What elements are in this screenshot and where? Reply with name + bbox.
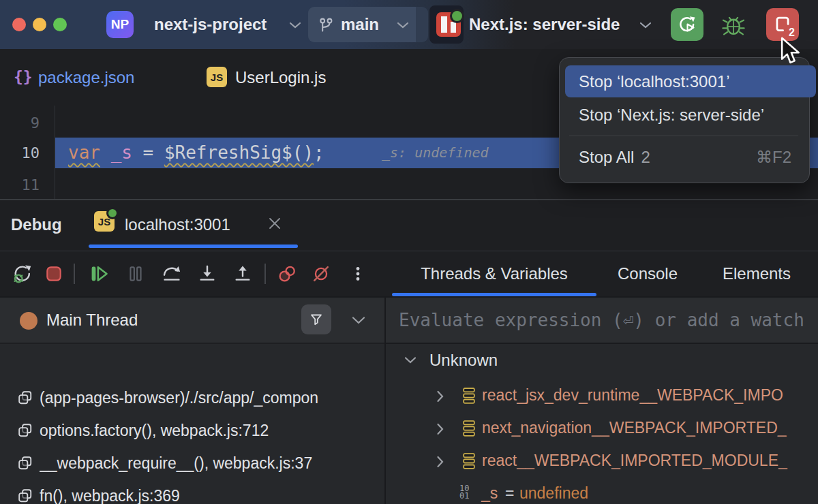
stack-frame-icon bbox=[18, 488, 33, 503]
view-breakpoints-button[interactable] bbox=[273, 259, 301, 288]
step-into-button[interactable] bbox=[193, 259, 222, 288]
module-name: react__WEBPACK_IMPORTED_MODULE_ bbox=[482, 444, 787, 477]
variable-module-row[interactable]: react_jsx_dev_runtime__WEBPACK_IMPO bbox=[386, 379, 818, 411]
menu-item-stop-localhost[interactable]: Stop ‘localhost:3001’ bbox=[565, 65, 816, 97]
variable-name: _s bbox=[111, 142, 132, 163]
tab-userlogin-js[interactable]: JS UserLogin.js bbox=[198, 49, 382, 106]
variable-primitive-row[interactable]: 10 01 _s = undefined bbox=[386, 477, 818, 504]
resume-button[interactable] bbox=[85, 259, 113, 288]
toolbar-divider bbox=[74, 264, 75, 284]
window-minimize-button[interactable] bbox=[33, 18, 46, 31]
variable-name: _s bbox=[481, 477, 498, 504]
frame-row[interactable]: fn(), webpack.js:369 bbox=[0, 479, 384, 504]
frame-label: __webpack_require__(), webpack.js:37 bbox=[40, 447, 380, 479]
window-close-button[interactable] bbox=[12, 18, 26, 31]
step-out-button[interactable] bbox=[228, 259, 257, 288]
primitive-value-icon: 10 01 bbox=[459, 485, 469, 500]
rerun-icon bbox=[678, 15, 697, 34]
chevron-down-icon[interactable] bbox=[352, 316, 365, 325]
frame-row[interactable]: options.factory(), webpack.js:712 bbox=[0, 414, 384, 447]
debug-session-label[interactable]: localhost:3001 bbox=[125, 199, 230, 251]
json-file-icon: {} bbox=[14, 49, 33, 106]
module-stack-icon bbox=[461, 387, 477, 405]
module-stack-icon bbox=[461, 452, 477, 470]
frame-label: fn(), webpack.js:369 bbox=[40, 479, 380, 504]
funnel-icon bbox=[309, 312, 324, 327]
menu-separator bbox=[569, 136, 798, 136]
module-name: react_jsx_dev_runtime__WEBPACK_IMPO bbox=[482, 379, 783, 411]
operator: = bbox=[143, 142, 154, 163]
inline-debugger-hint: _s: undefined bbox=[382, 138, 489, 168]
debug-panel-title: Debug bbox=[11, 199, 62, 251]
chevron-down-icon bbox=[397, 22, 409, 29]
frames-list: anonymous(), UserLogin.js:10 (app-pages-… bbox=[0, 344, 384, 504]
variables-tree: Unknown react_jsx_dev_runtime__WEBPACK_I… bbox=[386, 344, 818, 504]
variables-group-row[interactable]: Unknown bbox=[386, 344, 818, 377]
mute-breakpoints-button[interactable] bbox=[307, 259, 335, 288]
close-icon[interactable] bbox=[269, 217, 281, 230]
chevron-down-icon[interactable] bbox=[404, 356, 416, 364]
pause-button[interactable] bbox=[121, 259, 150, 288]
keyword-var: var bbox=[68, 142, 100, 163]
step-over-button[interactable] bbox=[157, 259, 186, 288]
debug-bug-icon[interactable] bbox=[720, 12, 747, 39]
more-options-button[interactable] bbox=[344, 259, 372, 288]
variable-module-row[interactable]: react__WEBPACK_IMPORTED_MODULE_ bbox=[386, 444, 818, 477]
chevron-right-icon[interactable] bbox=[436, 456, 444, 468]
branch-name[interactable]: main bbox=[341, 0, 379, 49]
stop-debugger-button[interactable] bbox=[40, 259, 68, 288]
stack-frame-icon bbox=[18, 423, 33, 438]
variable-value: undefined bbox=[519, 477, 588, 504]
chevron-right-icon[interactable] bbox=[436, 390, 444, 403]
chevron-right-icon[interactable] bbox=[436, 423, 444, 435]
chevron-down-icon bbox=[639, 22, 652, 29]
run-config-name[interactable]: Next.js: server-side bbox=[469, 0, 620, 49]
variable-module-row[interactable]: next_navigation__WEBPACK_IMPORTED_ bbox=[386, 411, 818, 444]
ide-window: NP next-js-project main Next.js: server-… bbox=[0, 0, 818, 504]
nextjs-run-config-icon[interactable] bbox=[436, 12, 461, 37]
running-indicator-dot bbox=[106, 207, 119, 219]
menu-item-stop-all[interactable]: Stop All2 ⌘F2 bbox=[560, 141, 808, 174]
line-number[interactable]: 9 bbox=[0, 108, 40, 138]
semicolon: ; bbox=[314, 142, 324, 163]
project-name[interactable]: next-js-project bbox=[154, 0, 267, 49]
stop-process-menu: Stop ‘localhost:3001’ Stop ‘Next.js: ser… bbox=[559, 57, 810, 183]
js-file-icon: JS bbox=[207, 67, 227, 87]
frame-label: (app-pages-browser)/./src/app/_compon bbox=[40, 381, 380, 414]
rerun-debugger-button[interactable] bbox=[8, 259, 37, 288]
equals-sign: = bbox=[505, 477, 514, 504]
gutter-separator bbox=[55, 106, 55, 199]
title-bar: NP next-js-project main Next.js: server-… bbox=[0, 0, 818, 49]
stack-frame-icon bbox=[18, 456, 33, 471]
debug-tab-underline bbox=[89, 245, 298, 248]
chevron-down-icon bbox=[289, 22, 301, 29]
branch-widget-split[interactable] bbox=[416, 7, 428, 42]
tab-threads-variables[interactable]: Threads & Variables bbox=[392, 251, 596, 296]
code-line-10[interactable]: var _s = $RefreshSig$(); bbox=[68, 138, 324, 168]
stop-all-count: 2 bbox=[641, 148, 650, 166]
debug-session-tab[interactable]: JS bbox=[94, 211, 115, 232]
filter-frames-button[interactable] bbox=[301, 304, 331, 334]
line-number[interactable]: 11 bbox=[0, 170, 40, 200]
menu-shortcut: ⌘F2 bbox=[756, 141, 791, 174]
thread-name: Main Thread bbox=[46, 298, 138, 343]
toolbar-divider bbox=[264, 264, 266, 284]
tab-label: UserLogin.js bbox=[235, 49, 326, 106]
group-name: Unknown bbox=[429, 344, 498, 377]
rerun-button[interactable] bbox=[671, 8, 703, 41]
stop-button[interactable]: 2 bbox=[766, 8, 799, 41]
tab-label: package.json bbox=[38, 49, 134, 106]
menu-item-stop-nextjs[interactable]: Stop ‘Next.js: server-side’ bbox=[560, 100, 811, 130]
mouse-cursor bbox=[779, 37, 802, 65]
line-number-current[interactable]: 10 bbox=[0, 138, 40, 168]
project-icon[interactable]: NP bbox=[106, 11, 134, 38]
frame-label: options.factory(), webpack.js:712 bbox=[40, 414, 380, 447]
function-call: $RefreshSig$() bbox=[164, 142, 314, 163]
tab-console[interactable]: Console bbox=[600, 251, 695, 296]
frame-row[interactable]: __webpack_require__(), webpack.js:37 bbox=[0, 447, 384, 479]
tab-package-json[interactable]: {} package.json bbox=[0, 49, 177, 106]
frame-row[interactable]: (app-pages-browser)/./src/app/_compon bbox=[0, 381, 384, 414]
panel-separator bbox=[0, 199, 818, 200]
tab-elements[interactable]: Elements bbox=[702, 251, 811, 296]
window-zoom-button[interactable] bbox=[53, 18, 67, 31]
